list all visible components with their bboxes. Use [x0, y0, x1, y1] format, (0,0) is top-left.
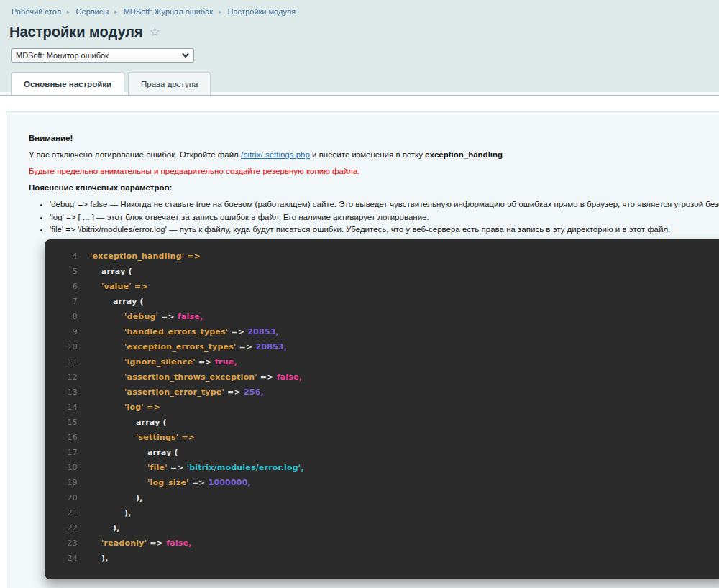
- backup-warning: Будьте предельно внимательны и предварит…: [29, 167, 719, 176]
- code-token-arrow: =>: [224, 387, 244, 397]
- code-line-source: 'settings' =>: [136, 430, 195, 445]
- code-line-number: 5: [45, 264, 78, 279]
- breadcrumb-separator-icon: ▸: [219, 8, 222, 15]
- code-line: 8'debug' => false,: [45, 309, 719, 324]
- code-line-number: 4: [45, 249, 78, 264]
- settings-file-link[interactable]: /bitrix/.settings.php: [241, 150, 310, 159]
- code-token-key: 'file': [147, 463, 168, 472]
- code-token-plain: array (: [113, 297, 144, 306]
- page-title: Настройки модуля: [9, 24, 143, 40]
- notice-text-before: У вас отключено логирование ошибок. Откр…: [29, 150, 241, 159]
- breadcrumb-item[interactable]: Рабочий стол: [12, 7, 61, 16]
- code-token-key: 'log': [124, 403, 144, 412]
- code-token-key: 'value': [101, 282, 132, 291]
- code-token-plain: ),: [101, 553, 109, 563]
- code-line-source: array (: [101, 264, 132, 279]
- code-token-plain: array (: [147, 448, 178, 457]
- code-token-arrow: =>: [189, 478, 209, 487]
- notice-instruction: У вас отключено логирование ошибок. Откр…: [29, 150, 719, 160]
- params-heading: Пояснение ключевых параметров:: [29, 183, 719, 193]
- module-select[interactable]: MDSoft: Монитор ошибок: [11, 48, 194, 63]
- tab-divider-line: [0, 95, 719, 96]
- code-line-number: 24: [45, 551, 78, 566]
- param-bullet: 'debug' => false — Никогда не ставьте tr…: [50, 200, 719, 209]
- notice-heading: Внимание!: [29, 134, 719, 143]
- settings-code-sample: 4'exception_handling' =>5array (6'value'…: [45, 239, 719, 579]
- code-token-key: 'ignore_silence': [124, 357, 196, 367]
- warning-notice: Внимание! У вас отключено логирование ош…: [29, 134, 719, 238]
- code-line-source: array (: [136, 415, 167, 430]
- tab-content-panel: Внимание! У вас отключено логирование ош…: [0, 96, 719, 588]
- code-line-number: 7: [45, 294, 78, 309]
- code-line-source: array (: [147, 445, 178, 460]
- code-token-bool: false,: [178, 312, 203, 321]
- params-bullet-list: 'debug' => false — Никогда не ставьте tr…: [50, 200, 719, 234]
- code-line-source: 'log' =>: [124, 400, 160, 415]
- code-line-source: 'readonly' => false,: [101, 536, 192, 551]
- code-token-arrow: =>: [237, 342, 256, 352]
- tab-main-settings[interactable]: Основные настройки: [11, 72, 124, 95]
- code-token-bool: false,: [166, 538, 191, 548]
- code-line: 18'file' => 'bitrix/modules/error.log',: [45, 460, 719, 475]
- code-line: 7array (: [45, 294, 719, 309]
- code-token-number: 1000000,: [209, 478, 251, 487]
- code-line-number: 16: [45, 430, 78, 445]
- code-line: 15array (: [45, 415, 719, 430]
- code-token-plain: array (: [136, 418, 167, 427]
- code-line-number: 18: [45, 460, 78, 475]
- breadcrumb: Рабочий стол▸Сервисы▸MDSoft: Журнал ошиб…: [12, 7, 296, 16]
- favorite-star-icon[interactable]: ☆: [150, 26, 160, 38]
- tab-access-rights[interactable]: Права доступа: [128, 72, 211, 95]
- code-token-plain: ),: [136, 493, 143, 502]
- code-line-number: 10: [45, 339, 78, 354]
- code-token-number: 20853,: [247, 327, 279, 336]
- code-line-source: 'assertion_throws_exception' => false,: [124, 369, 302, 385]
- code-line-number: 13: [45, 385, 78, 400]
- tab-bar: Основные настройки Права доступа: [11, 72, 211, 95]
- code-token-key: =>: [184, 252, 201, 261]
- breadcrumb-separator-icon: ▸: [67, 8, 70, 15]
- code-line: 9'handled_errors_types' => 20853,: [45, 324, 719, 339]
- code-token-bool: true,: [215, 357, 237, 367]
- breadcrumb-item[interactable]: MDSoft: Журнал ошибок: [124, 7, 213, 16]
- code-line-number: 9: [45, 324, 78, 339]
- code-line: 14'log' =>: [45, 400, 719, 415]
- notice-text-middle: и внесите изменения в ветку: [310, 150, 425, 159]
- code-token-arrow: =>: [257, 372, 277, 382]
- code-line: 16'settings' =>: [45, 430, 719, 445]
- code-token-arrow: =>: [168, 463, 187, 472]
- code-token-bool: false,: [277, 372, 302, 382]
- code-line: 21),: [45, 505, 719, 520]
- param-bullet: 'log' => [ ... ] — этот блок отвечает за…: [50, 213, 719, 222]
- code-token-key: =>: [144, 403, 160, 412]
- code-token-plain: ),: [113, 523, 120, 533]
- code-line-source: 'assertion_error_type' => 256,: [124, 385, 264, 400]
- code-token-arrow: =>: [228, 327, 247, 336]
- chevron-down-icon: [182, 52, 189, 59]
- code-line: 20),: [45, 490, 719, 505]
- code-token-key: 'exception_handling': [90, 252, 184, 261]
- code-line-source: 'ignore_silence' => true,: [124, 354, 237, 369]
- code-token-arrow: =>: [196, 357, 215, 367]
- code-token-plain: array (: [101, 267, 132, 276]
- code-line-number: 23: [45, 536, 78, 551]
- module-select-value: MDSoft: Монитор ошибок: [16, 51, 109, 60]
- breadcrumb-item[interactable]: Сервисы: [76, 7, 109, 16]
- code-line-number: 15: [45, 415, 78, 430]
- tab-main-settings-label: Основные настройки: [24, 80, 111, 88]
- breadcrumb-item[interactable]: Настройки модуля: [228, 7, 296, 16]
- code-token-key: =>: [132, 282, 148, 291]
- code-line-source: 'handled_errors_types' => 20853,: [124, 324, 279, 339]
- code-token-string: 'bitrix/modules/error.log',: [187, 463, 304, 472]
- code-line-number: 21: [45, 505, 78, 520]
- code-line: 4'exception_handling' =>: [45, 249, 719, 264]
- code-line: 22),: [45, 520, 719, 536]
- code-token-key: 'handled_errors_types': [124, 327, 228, 336]
- code-token-arrow: =>: [147, 538, 166, 548]
- code-line: 17array (: [45, 445, 719, 460]
- code-line: 11'ignore_silence' => true,: [45, 354, 719, 369]
- code-token-key: 'assertion_throws_exception': [124, 372, 257, 382]
- code-line-source: 'exception_handling' =>: [90, 249, 201, 264]
- code-line-number: 17: [45, 445, 78, 460]
- code-line-number: 22: [45, 520, 78, 536]
